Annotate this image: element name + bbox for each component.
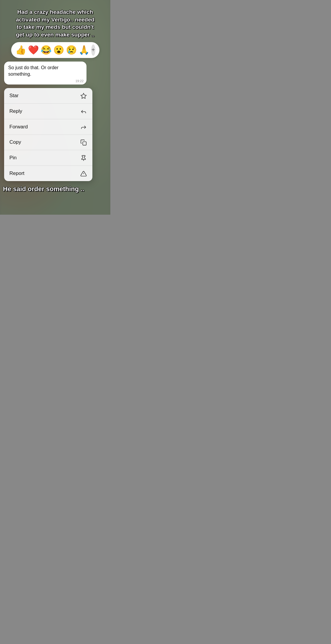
copy-icon bbox=[80, 139, 87, 146]
forward-label: Forward bbox=[9, 124, 28, 130]
emoji-more-button[interactable]: + bbox=[91, 44, 95, 56]
message-bubble: So just do that. Or order something. 19:… bbox=[4, 62, 87, 85]
emoji-laugh[interactable]: 😂 bbox=[41, 46, 51, 54]
context-menu-pin[interactable]: Pin bbox=[4, 150, 92, 166]
subtitle-overlay: He said order something .. bbox=[0, 185, 110, 193]
star-label: Star bbox=[9, 93, 19, 99]
emoji-heart[interactable]: ❤️ bbox=[28, 46, 39, 54]
subtitle-text: He said order something .. bbox=[3, 185, 107, 193]
emoji-reaction-bar[interactable]: 👍 ❤️ 😂 😮 😢 🙏 + bbox=[11, 42, 99, 58]
report-label: Report bbox=[9, 170, 24, 176]
copy-label: Copy bbox=[9, 139, 21, 145]
emoji-pray[interactable]: 🙏 bbox=[79, 46, 89, 54]
context-menu-reply[interactable]: Reply bbox=[4, 104, 92, 119]
report-icon bbox=[80, 170, 87, 177]
star-icon bbox=[80, 92, 87, 99]
pin-icon bbox=[80, 154, 87, 161]
caption-text: Had a crazy headache which activated my … bbox=[5, 8, 105, 39]
context-menu-report[interactable]: Report bbox=[4, 166, 92, 181]
context-menu-copy[interactable]: Copy bbox=[4, 135, 92, 150]
message-timestamp: 19:22 bbox=[75, 79, 84, 83]
context-menu-forward[interactable]: Forward bbox=[4, 119, 92, 135]
svg-rect-1 bbox=[83, 142, 86, 145]
context-menu-star[interactable]: Star bbox=[4, 88, 92, 104]
emoji-thumbsup[interactable]: 👍 bbox=[15, 46, 26, 54]
message-text: So just do that. Or order something. bbox=[8, 65, 59, 77]
reply-icon bbox=[80, 108, 87, 115]
reply-label: Reply bbox=[9, 108, 22, 114]
forward-icon bbox=[80, 123, 87, 130]
context-menu: Star Reply Forward bbox=[4, 88, 92, 181]
emoji-wow[interactable]: 😮 bbox=[53, 46, 64, 54]
svg-marker-0 bbox=[81, 93, 86, 98]
pin-label: Pin bbox=[9, 155, 17, 161]
emoji-cry[interactable]: 😢 bbox=[66, 46, 77, 54]
